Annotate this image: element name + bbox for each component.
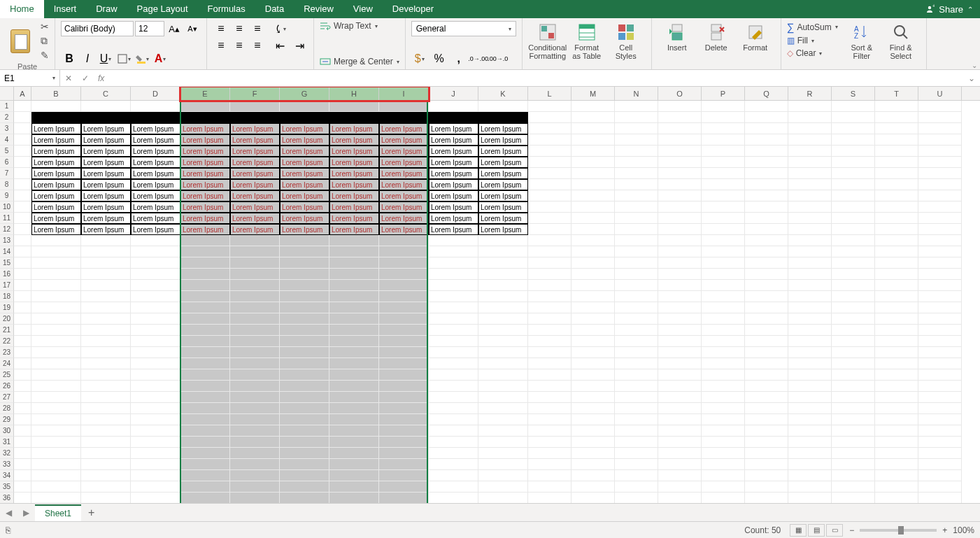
cell[interactable] [788, 459, 832, 470]
cell[interactable] [788, 123, 832, 134]
cell[interactable] [379, 280, 429, 291]
row-header[interactable]: 22 [0, 336, 14, 347]
cell[interactable] [702, 157, 745, 168]
row-header[interactable]: 36 [0, 493, 14, 504]
cell[interactable] [571, 190, 615, 201]
cell[interactable] [478, 246, 528, 257]
row-header[interactable]: 4 [0, 134, 14, 146]
cell[interactable] [230, 425, 280, 437]
cell[interactable] [379, 470, 429, 481]
cell[interactable] [478, 358, 528, 369]
cell[interactable] [875, 112, 918, 123]
column-header-O[interactable]: O [658, 87, 702, 100]
tab-data[interactable]: Data [255, 0, 294, 18]
cell[interactable] [615, 257, 658, 269]
cell[interactable] [31, 448, 81, 459]
row-header[interactable]: 27 [0, 392, 14, 403]
column-header-N[interactable]: N [615, 87, 658, 100]
cell[interactable]: Lorem Ipsum [230, 224, 280, 235]
cell[interactable] [131, 235, 180, 246]
formula-input[interactable] [108, 70, 963, 86]
cell[interactable] [745, 425, 788, 437]
decrease-font-icon[interactable]: A▾ [184, 21, 201, 36]
number-format-select[interactable]: General▾ [411, 21, 516, 36]
cell[interactable] [875, 392, 918, 403]
cell[interactable] [875, 190, 918, 201]
cell[interactable] [571, 470, 615, 481]
cell[interactable] [875, 336, 918, 347]
cell[interactable]: Lorem Ipsum [81, 168, 131, 179]
cell[interactable] [478, 470, 528, 481]
cell[interactable] [658, 403, 702, 414]
cell[interactable] [571, 168, 615, 179]
cell[interactable]: Lorem Ipsum [31, 146, 81, 157]
cell[interactable] [702, 358, 745, 369]
cell[interactable] [832, 112, 875, 123]
font-size-select[interactable] [135, 21, 164, 36]
cell[interactable]: Lorem Ipsum [180, 134, 230, 146]
cell[interactable] [832, 369, 875, 381]
cell[interactable] [528, 414, 571, 425]
cell[interactable] [658, 179, 702, 190]
cell[interactable] [31, 493, 81, 504]
cell[interactable] [14, 291, 31, 302]
cell[interactable] [528, 425, 571, 437]
borders-button[interactable]: ▾ [115, 51, 132, 66]
cell[interactable] [14, 448, 31, 459]
cell[interactable] [745, 481, 788, 493]
cell[interactable] [702, 481, 745, 493]
cell[interactable] [615, 123, 658, 134]
view-page-break-icon[interactable]: ▭ [826, 524, 843, 537]
cell[interactable] [230, 235, 280, 246]
cell[interactable]: Lorem Ipsum [329, 168, 379, 179]
cell[interactable]: Lorem Ipsum [429, 157, 478, 168]
cell[interactable]: Lorem Ipsum [478, 146, 528, 157]
cell[interactable] [788, 101, 832, 112]
cell[interactable] [745, 336, 788, 347]
cell[interactable] [571, 157, 615, 168]
cell[interactable] [429, 414, 478, 425]
cell[interactable] [875, 459, 918, 470]
cell[interactable] [14, 347, 31, 358]
cell[interactable] [658, 381, 702, 392]
cell[interactable] [615, 168, 658, 179]
cell[interactable] [658, 157, 702, 168]
cell[interactable]: Lorem Ipsum [131, 213, 180, 224]
cell[interactable] [918, 470, 962, 481]
cell[interactable] [918, 280, 962, 291]
row-header[interactable]: 12 [0, 224, 14, 235]
cell[interactable] [528, 291, 571, 302]
cell[interactable] [788, 358, 832, 369]
row-header[interactable]: 32 [0, 448, 14, 459]
cell[interactable] [131, 269, 180, 280]
cell[interactable]: Lorem Ipsum [31, 134, 81, 146]
cell[interactable] [81, 392, 131, 403]
cell[interactable] [81, 257, 131, 269]
cancel-formula-icon[interactable]: ✕ [60, 73, 77, 83]
cell[interactable] [615, 414, 658, 425]
delete-button[interactable]: Delete [697, 21, 736, 53]
cell[interactable] [31, 481, 81, 493]
cell[interactable] [745, 190, 788, 201]
cell[interactable] [571, 246, 615, 257]
cell[interactable] [230, 291, 280, 302]
cell[interactable] [14, 257, 31, 269]
cell[interactable]: Lorem Ipsum [329, 134, 379, 146]
cell[interactable]: Lorem Ipsum [478, 168, 528, 179]
cell[interactable] [702, 146, 745, 157]
cell[interactable] [478, 414, 528, 425]
cell[interactable] [280, 280, 329, 291]
row-header[interactable]: 7 [0, 168, 14, 179]
cell[interactable] [702, 246, 745, 257]
cell[interactable] [528, 224, 571, 235]
cell[interactable] [429, 325, 478, 336]
cell[interactable] [379, 246, 429, 257]
cell[interactable] [230, 481, 280, 493]
cell[interactable] [31, 112, 81, 123]
cell[interactable] [615, 101, 658, 112]
cell[interactable] [379, 291, 429, 302]
cell[interactable] [81, 470, 131, 481]
cell[interactable] [429, 347, 478, 358]
cell[interactable] [571, 403, 615, 414]
cell[interactable] [745, 313, 788, 325]
